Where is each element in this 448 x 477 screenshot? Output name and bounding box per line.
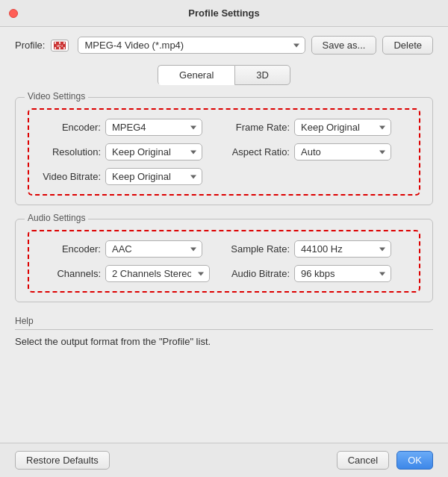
- film-icon: MP4: [54, 41, 66, 50]
- audio-settings-border: Encoder: AAC MP3 AC3 Sample Rate:: [28, 230, 420, 293]
- profile-row: Profile: MP4 MPEG-4 Video (*.mp4): [15, 36, 433, 54]
- channels-select[interactable]: 2 Channels Stereo 1 Channel Mono: [105, 265, 210, 282]
- video-settings-section: Video Settings Encoder: MPEG4 H.264 H.26…: [15, 97, 433, 205]
- audio-settings-grid: Encoder: AAC MP3 AC3 Sample Rate:: [41, 240, 407, 282]
- restore-defaults-button[interactable]: Restore Defaults: [15, 451, 110, 470]
- video-encoder-select-wrapper[interactable]: MPEG4 H.264 H.265: [105, 119, 202, 136]
- sample-rate-row: Sample Rate: 44100 Hz 48000 Hz 22050 Hz: [230, 240, 407, 258]
- audio-settings-label: Audio Settings: [25, 213, 88, 223]
- audio-bitrate-row: Audio Bitrate: 96 kbps 128 kbps 192 kbps: [230, 265, 407, 282]
- main-content: Profile: MP4 MPEG-4 Video (*.mp4): [0, 27, 448, 443]
- audio-settings-outer: Audio Settings Encoder: AAC MP3 AC3: [15, 219, 433, 302]
- aspect-ratio-row: Aspect Ratio: Auto 16:9 4:3: [230, 143, 407, 160]
- profile-select[interactable]: MPEG-4 Video (*.mp4): [78, 37, 305, 54]
- resolution-select[interactable]: Keep Original 1920x1080: [105, 143, 202, 160]
- sample-rate-select[interactable]: 44100 Hz 48000 Hz 22050 Hz: [294, 240, 391, 258]
- tab-general[interactable]: General: [158, 65, 234, 85]
- audio-bitrate-select[interactable]: 96 kbps 128 kbps 192 kbps: [294, 265, 391, 282]
- video-bitrate-select[interactable]: Keep Original 1000 kbps 2000 kbps: [105, 168, 202, 185]
- audio-settings-section: Audio Settings Encoder: AAC MP3 AC3: [15, 219, 433, 302]
- bottom-right-buttons: Cancel OK: [337, 451, 433, 470]
- sample-rate-label: Sample Rate:: [230, 243, 290, 255]
- profile-icon-box: MP4: [51, 40, 69, 52]
- video-bitrate-select-wrapper[interactable]: Keep Original 1000 kbps 2000 kbps: [105, 168, 202, 185]
- svg-rect-1: [55, 42, 56, 44]
- aspect-ratio-select-wrapper[interactable]: Auto 16:9 4:3: [294, 143, 391, 160]
- svg-rect-5: [63, 42, 65, 44]
- video-bitrate-label: Video Bitrate:: [41, 171, 101, 182]
- profile-select-wrapper[interactable]: MPEG-4 Video (*.mp4): [78, 37, 305, 54]
- frame-rate-select[interactable]: Keep Original 24 30: [294, 119, 391, 136]
- svg-text:MP4: MP4: [57, 43, 63, 47]
- audio-encoder-select-wrapper[interactable]: AAC MP3 AC3: [105, 240, 202, 258]
- aspect-ratio-label: Aspect Ratio:: [230, 146, 290, 158]
- help-text: Select the output format from the "Profi…: [15, 336, 433, 347]
- window-title: Profile Settings: [188, 7, 259, 19]
- audio-bitrate-label: Audio Bitrate:: [230, 268, 290, 279]
- video-settings-grid: Encoder: MPEG4 H.264 H.265 Frame Rate:: [41, 119, 407, 160]
- channels-label: Channels:: [41, 268, 101, 279]
- tabs-container: General 3D: [15, 65, 433, 85]
- delete-button[interactable]: Delete: [382, 36, 433, 54]
- frame-rate-label: Frame Rate:: [230, 122, 290, 133]
- ok-button[interactable]: OK: [396, 451, 433, 470]
- video-encoder-select[interactable]: MPEG4 H.264 H.265: [105, 119, 202, 136]
- svg-rect-6: [55, 47, 56, 49]
- help-label: Help: [15, 316, 433, 330]
- video-bitrate-row: Video Bitrate: Keep Original 1000 kbps 2…: [41, 168, 407, 185]
- frame-rate-row: Frame Rate: Keep Original 24 30: [230, 119, 407, 136]
- bottom-bar: Restore Defaults Cancel OK: [0, 443, 448, 477]
- tab-3d[interactable]: 3D: [234, 65, 290, 85]
- channels-select-wrapper[interactable]: 2 Channels Stereo 1 Channel Mono: [105, 265, 210, 282]
- channels-row: Channels: 2 Channels Stereo 1 Channel Mo…: [41, 265, 218, 282]
- close-button[interactable]: [9, 9, 18, 18]
- video-encoder-label: Encoder:: [41, 122, 101, 133]
- resolution-label: Resolution:: [41, 146, 101, 158]
- resolution-row: Resolution: Keep Original 1920x1080: [41, 143, 218, 160]
- svg-rect-10: [63, 47, 65, 49]
- aspect-ratio-select[interactable]: Auto 16:9 4:3: [294, 143, 391, 160]
- frame-rate-select-wrapper[interactable]: Keep Original 24 30: [294, 119, 391, 136]
- video-settings-border: Encoder: MPEG4 H.264 H.265 Frame Rate:: [28, 108, 420, 196]
- audio-encoder-select[interactable]: AAC MP3 AC3: [105, 240, 202, 258]
- help-section: Help Select the output format from the "…: [15, 316, 433, 347]
- video-settings-outer: Video Settings Encoder: MPEG4 H.264 H.26…: [15, 97, 433, 205]
- title-bar: Profile Settings: [0, 0, 448, 27]
- cancel-button[interactable]: Cancel: [337, 451, 389, 470]
- audio-encoder-label: Encoder:: [41, 243, 101, 255]
- resolution-select-wrapper[interactable]: Keep Original 1920x1080: [105, 143, 202, 160]
- audio-bitrate-select-wrapper[interactable]: 96 kbps 128 kbps 192 kbps: [294, 265, 391, 282]
- audio-encoder-row: Encoder: AAC MP3 AC3: [41, 240, 218, 258]
- encoder-row: Encoder: MPEG4 H.264 H.265: [41, 119, 218, 136]
- sample-rate-select-wrapper[interactable]: 44100 Hz 48000 Hz 22050 Hz: [294, 240, 391, 258]
- save-as-button[interactable]: Save as...: [311, 36, 377, 54]
- video-settings-label: Video Settings: [25, 91, 88, 102]
- profile-label: Profile:: [15, 40, 45, 51]
